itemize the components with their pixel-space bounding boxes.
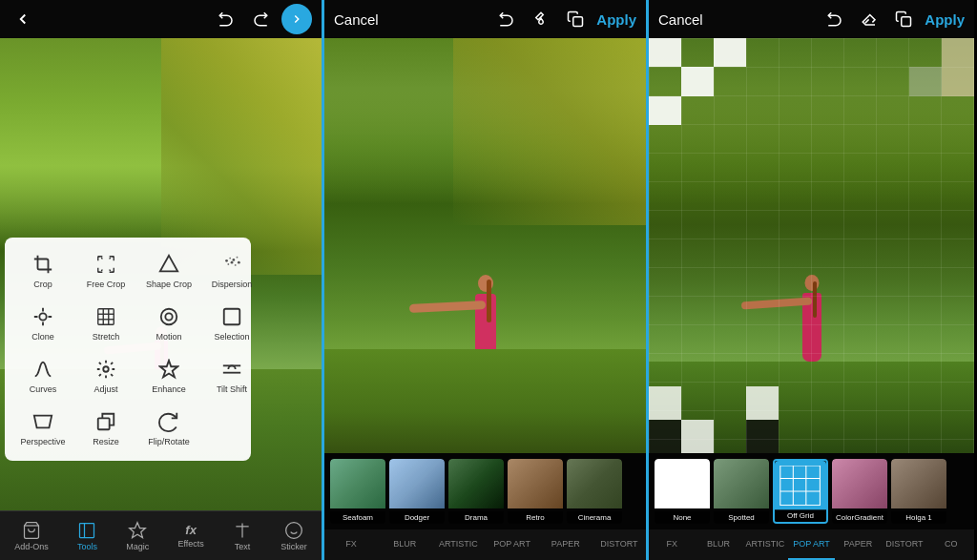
right-undo-button[interactable] [821,6,848,32]
center-panel: Cancel Apply [324,0,649,560]
svg-point-9 [39,314,46,321]
svg-rect-17 [224,309,240,325]
tool-flip-rotate[interactable]: Flip/Rotate [140,404,197,451]
filter-none[interactable]: None [655,459,710,524]
perspective-icon [30,408,56,435]
center-copy-button[interactable] [562,6,589,32]
text-label: Text [235,542,251,551]
dispersion-label: Dispersion [212,280,253,290]
filter-drama[interactable]: Drama [448,459,504,524]
stretch-icon [93,303,119,330]
svg-marker-26 [130,523,146,538]
center-cancel-button[interactable]: Cancel [334,11,379,28]
bottom-tools[interactable]: Tools [70,516,105,555]
bottom-effects[interactable]: fx Effects [170,519,211,552]
drama-preview [448,459,504,508]
right-erase-button[interactable] [856,6,883,32]
filter-off-grid[interactable]: Off Grid [773,459,828,524]
center-tab-fx[interactable]: FX [324,529,378,560]
shape-crop-icon [156,251,182,278]
tool-motion[interactable]: Motion [140,300,197,346]
tools-icon [77,520,96,540]
tool-curves[interactable]: Curves [14,352,72,399]
right-panel: Cancel Apply [649,0,974,560]
right-tab-artistic[interactable]: ARTISTIC [741,529,788,560]
motion-icon [156,303,182,330]
filter-retro[interactable]: Retro [508,459,563,524]
tool-enhance[interactable]: Enhance [140,352,197,399]
svg-point-16 [165,314,172,321]
center-brush-button[interactable] [528,6,554,32]
next-button[interactable] [281,4,312,34]
bottom-text[interactable]: Text [225,516,260,555]
right-photo-background [649,38,974,453]
svg-marker-0 [160,256,177,272]
crop-label: Crop [33,280,52,290]
spotted-label: Spotted [714,511,769,524]
center-filter-strip: Seafoam Dodger Drama Retro Cinerama [324,453,646,529]
svg-marker-19 [160,361,177,377]
retro-label: Retro [508,511,563,524]
filter-seafoam[interactable]: Seafoam [330,459,385,524]
right-tab-distort[interactable]: DISTORT [882,529,928,560]
svg-point-1 [225,259,228,262]
curves-icon [30,356,56,383]
right-tab-co[interactable]: CO [927,529,974,560]
right-copy-button[interactable] [890,6,917,32]
seafoam-preview [330,459,385,508]
svg-point-7 [235,264,237,266]
clone-label: Clone [31,333,54,342]
text-icon [233,520,252,540]
cinerama-label: Cinerama [567,511,622,524]
center-tab-paper[interactable]: PAPER [539,529,592,560]
crop-icon [30,251,56,278]
right-tab-blur[interactable]: BLUR [696,529,742,560]
tool-free-crop[interactable]: Free Crop [77,247,135,294]
svg-rect-32 [573,17,583,27]
tool-tilt-shift[interactable]: Tilt Shift [203,352,260,399]
stretch-label: Stretch [93,333,120,342]
filter-cinerama[interactable]: Cinerama [567,459,622,524]
bottom-magic[interactable]: Magic [118,516,156,555]
left-photo-area: Crop Free Crop [0,38,322,510]
tool-stretch[interactable]: Stretch [77,300,135,346]
tool-dispersion[interactable]: Dispersion [203,247,260,294]
svg-point-8 [238,261,240,264]
filter-spotted[interactable]: Spotted [714,459,769,524]
center-photo-area [324,38,646,453]
dodger-preview [389,459,445,508]
tool-crop[interactable]: Crop [14,247,72,294]
holga-1-label: Holga 1 [891,511,946,524]
back-button[interactable] [10,6,36,32]
right-cancel-button[interactable]: Cancel [658,11,703,28]
right-tab-fx[interactable]: FX [649,529,696,560]
right-tab-paper[interactable]: PAPER [835,529,882,560]
center-undo-button[interactable] [493,6,520,32]
bottom-add-ons[interactable]: Add-Ons [7,516,56,555]
center-tab-distort[interactable]: DISTORT [592,529,646,560]
tool-clone[interactable]: Clone [14,300,72,346]
tool-perspective[interactable]: Perspective [14,404,72,451]
center-apply-button[interactable]: Apply [596,11,636,28]
left-panel: Crop Free Crop [0,0,324,560]
redo-button[interactable] [247,6,274,32]
svg-point-5 [227,264,229,266]
tool-selection[interactable]: Selection [203,300,260,346]
filter-dodger[interactable]: Dodger [389,459,445,524]
center-tab-blur[interactable]: BLUR [378,529,431,560]
undo-button[interactable] [213,6,239,32]
center-tab-pop-art[interactable]: POP ART [486,529,539,560]
right-tab-pop-art[interactable]: POP ART [788,529,835,560]
color-gradient-label: ColorGradient [832,511,887,524]
filter-color-gradient[interactable]: ColorGradient [832,459,887,524]
tool-shape-crop[interactable]: Shape Crop [140,247,197,294]
off-grid-label: Off Grid [775,509,826,522]
right-tab-bar: FX BLUR ARTISTIC POP ART PAPER DISTORT C… [649,529,974,560]
tool-adjust[interactable]: Adjust [77,352,135,399]
filter-holga-1[interactable]: Holga 1 [891,459,946,524]
center-tab-artistic[interactable]: ARTISTIC [431,529,485,560]
tool-resize[interactable]: Resize [77,404,135,451]
bottom-sticker[interactable]: Sticker [273,516,315,555]
right-apply-button[interactable]: Apply [925,11,965,28]
sticker-icon [284,520,303,540]
